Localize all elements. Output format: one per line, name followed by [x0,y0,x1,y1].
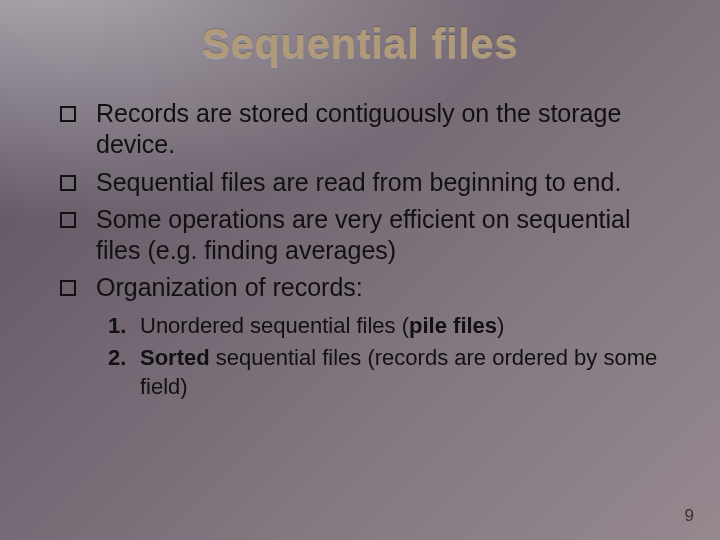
sublist-item: Sorted sequential files (records are ord… [108,344,680,401]
bullet-item: Records are stored contiguously on the s… [52,98,680,161]
sub-pre: Unordered sequential files ( [140,313,409,338]
sub-bold: Sorted [140,345,210,370]
bullet-item: Sequential files are read from beginning… [52,167,680,198]
bullet-item: Organization of records: [52,272,680,303]
sub-post: sequential files (records are ordered by… [140,345,657,399]
sub-post: ) [497,313,504,338]
numbered-sublist: Unordered sequential files (pile files) … [40,312,680,402]
bullet-list: Records are stored contiguously on the s… [40,98,680,304]
sub-bold: pile files [409,313,497,338]
sublist-item: Unordered sequential files (pile files) [108,312,680,341]
slide-title: Sequential files [40,20,680,68]
bullet-text: Records are stored contiguously on the s… [96,99,621,158]
bullet-item: Some operations are very efficient on se… [52,204,680,267]
bullet-text: Sequential files are read from beginning… [96,168,621,196]
bullet-text: Organization of records: [96,273,363,301]
page-number: 9 [685,506,694,526]
bullet-text: Some operations are very efficient on se… [96,205,631,264]
slide: Sequential files Records are stored cont… [0,0,720,540]
